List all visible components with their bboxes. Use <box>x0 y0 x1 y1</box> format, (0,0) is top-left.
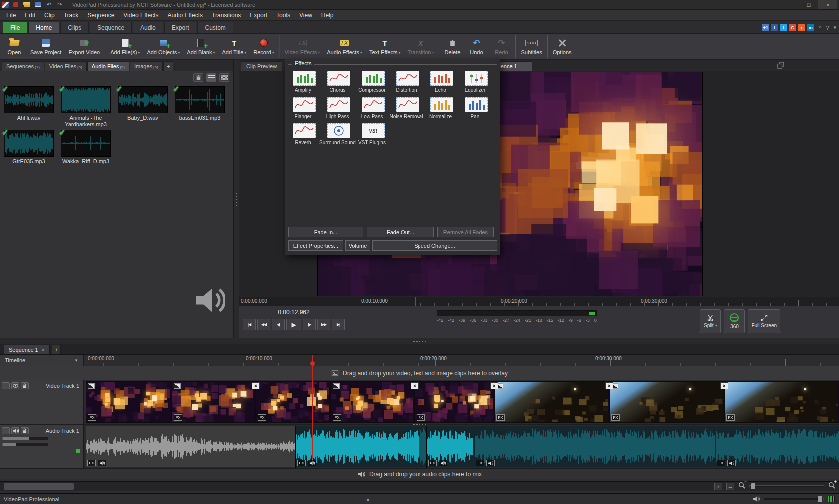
twitter-icon[interactable]: t <box>780 24 787 31</box>
export-video-button[interactable]: Export Video <box>65 35 103 58</box>
fx-badge[interactable]: FX <box>496 414 505 421</box>
transition-icon[interactable]: × <box>720 382 728 389</box>
clip-volume-icon[interactable] <box>308 460 316 466</box>
AhHi.wav[interactable]: ✓ AhHi.wav <box>1 86 57 128</box>
menu-item[interactable]: Help <box>317 11 338 20</box>
media-tab-audio-files[interactable]: Audio Files(6) <box>87 61 129 71</box>
fx-badge[interactable]: FX <box>88 414 96 421</box>
lock-track-icon[interactable] <box>21 382 29 389</box>
next-clip-button[interactable]: ▶▶ <box>317 319 330 330</box>
speaker-icon[interactable] <box>752 496 760 502</box>
video-clip[interactable]: FX <box>331 381 415 423</box>
maximize-button[interactable]: □ <box>799 0 818 9</box>
delete-button[interactable]: Delete <box>439 35 464 58</box>
audio-track-lane[interactable]: FX FX FX <box>84 425 839 468</box>
audio-mix-hint[interactable]: Drag and drop your audio clips here to m… <box>0 468 839 479</box>
redo-button[interactable]: ↷ Redo <box>489 35 514 58</box>
share-icon[interactable]: r <box>798 24 805 31</box>
add-objects-button[interactable]: Add Objects▾ <box>143 35 183 58</box>
collapse-ribbon-icon[interactable]: ^ <box>819 25 821 31</box>
audio-clip[interactable]: FX <box>715 426 839 468</box>
clip-volume-icon[interactable] <box>98 460 106 466</box>
effect-equalizer[interactable]: Equalizer <box>459 71 493 93</box>
fx-badge[interactable]: FX <box>174 414 182 421</box>
add-title-button[interactable]: T Add Title▾ <box>218 35 250 58</box>
menu-item[interactable]: Export <box>245 11 272 20</box>
googleplus-icon[interactable]: G <box>789 24 796 31</box>
video-clip[interactable]: × FX <box>609 381 724 423</box>
add-blank-button[interactable]: Add Blank▾ <box>183 35 218 58</box>
horizontal-splitter[interactable] <box>0 338 839 344</box>
effect-compressor[interactable]: Compressor <box>356 71 390 93</box>
fx-badge[interactable]: FX <box>726 414 735 421</box>
transition-icon[interactable]: × <box>252 382 260 389</box>
clip-volume-icon[interactable] <box>727 460 736 466</box>
volume-slider-handle[interactable] <box>818 496 822 502</box>
list-view-icon[interactable] <box>206 73 216 82</box>
fx-badge[interactable]: FX <box>87 460 96 466</box>
effect-reverb[interactable]: Reverb <box>287 123 321 146</box>
like-icon[interactable]: +1 <box>762 24 769 31</box>
track-visibility-icon[interactable] <box>11 382 19 389</box>
playhead-handle[interactable] <box>310 361 315 366</box>
previous-clip-button[interactable]: ◀◀ <box>257 319 270 330</box>
scroll-right-icon[interactable]: › <box>714 483 722 490</box>
effect-distortion[interactable]: Distortion <box>390 71 424 93</box>
fx-badge[interactable]: FX <box>258 414 266 421</box>
minimize-button[interactable]: − <box>780 0 799 9</box>
step-forward-button[interactable]: |▶ <box>303 319 316 330</box>
save-project-button[interactable]: Save Project <box>27 35 65 58</box>
menu-item[interactable]: Video Effects <box>119 11 163 20</box>
save-icon[interactable] <box>34 1 42 8</box>
ribbon-tab-home[interactable]: Home <box>28 22 59 33</box>
fx-badge[interactable]: FX <box>611 414 620 421</box>
effect-echo[interactable]: Echo <box>424 71 459 93</box>
step-back-button[interactable]: ◀| <box>272 319 285 330</box>
bassEm031.mp3[interactable]: ✓ bassEm031.mp3 <box>172 86 228 128</box>
effect-pan[interactable]: Pan <box>459 97 493 120</box>
effect-high-pass[interactable]: High Pass <box>321 97 356 120</box>
fx-badge[interactable]: FX <box>717 460 725 466</box>
mute-track-icon[interactable] <box>11 427 19 434</box>
effect-vst-plugins[interactable]: VSt VST Plugins <box>356 123 390 146</box>
fade-icon[interactable] <box>88 383 95 389</box>
delete-media-icon[interactable] <box>193 73 203 82</box>
timeline-scrollbar[interactable]: › ↔ − + <box>0 481 839 491</box>
fade-out-button[interactable]: Fade Out... <box>367 227 434 237</box>
media-tab-video-files[interactable]: Video Files(5) <box>45 61 87 71</box>
effect-amplify[interactable]: Amplify <box>287 71 321 93</box>
zoom-slider[interactable] <box>749 485 824 487</box>
speed-change-button[interactable]: Speed Change... <box>372 240 497 251</box>
video-clip[interactable]: × FX <box>494 381 609 423</box>
collapse-track-icon[interactable]: − <box>2 427 10 434</box>
effect-chorus[interactable]: Chorus <box>321 71 356 93</box>
open-button[interactable]: Open <box>2 35 27 58</box>
track-volume-slider[interactable] <box>2 437 48 440</box>
subtitles-button[interactable]: SUB Subtitles <box>515 35 545 58</box>
clip-volume-icon[interactable] <box>486 460 495 466</box>
timeline-playhead[interactable] <box>312 355 313 459</box>
audio-clip[interactable]: FX <box>427 426 474 468</box>
zoom-slider-handle[interactable] <box>751 483 755 489</box>
zoom-in-icon[interactable]: + <box>828 482 835 491</box>
ribbon-tab-custom[interactable]: Custom <box>197 22 233 33</box>
audio-effects-button[interactable]: FX Audio Effects▾ <box>323 35 366 58</box>
video-clip[interactable]: × FX <box>415 381 494 423</box>
open-project-icon[interactable] <box>23 1 31 8</box>
lock-track-icon[interactable] <box>21 427 29 434</box>
transition-icon[interactable]: × <box>605 382 613 389</box>
record-arm-indicator[interactable] <box>76 449 80 453</box>
menu-item[interactable]: Track <box>59 11 83 20</box>
timeline-ruler[interactable]: 0:00:00.0000:00:10.0000:00:20.0000:00:30… <box>84 355 839 366</box>
menu-item[interactable]: View <box>295 11 317 20</box>
help-dropdown-icon[interactable]: ▾ <box>833 24 836 31</box>
menu-item[interactable]: Edit <box>20 11 40 20</box>
ribbon-tab-file[interactable]: File <box>3 22 27 33</box>
remove-all-fades-button[interactable]: Remove All Fades <box>437 227 494 237</box>
collapse-track-icon[interactable]: − <box>2 382 10 389</box>
media-tab-add[interactable]: + <box>163 61 173 71</box>
track-pan-slider[interactable] <box>2 443 48 446</box>
thumbnail-view-icon[interactable] <box>219 73 229 82</box>
fx-badge[interactable]: FX <box>297 460 306 466</box>
scrollbar-thumb[interactable] <box>4 483 74 490</box>
